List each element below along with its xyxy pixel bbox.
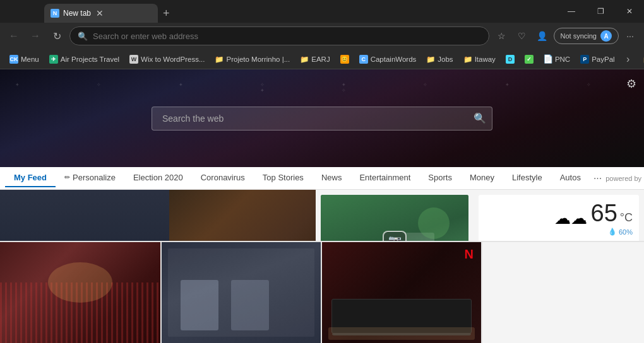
tab-my-feed[interactable]: My Feed bbox=[5, 169, 56, 187]
side-story-1[interactable]: First pics of Brady in Bucs uniform are … bbox=[169, 190, 316, 241]
tab-entertainment-label: Entertainment bbox=[359, 173, 410, 182]
bookmark-earj[interactable]: 📁 EARJ bbox=[295, 54, 334, 65]
tab-sports[interactable]: Sports bbox=[419, 169, 461, 187]
address-input[interactable] bbox=[93, 32, 481, 41]
camera-icon: 📷 bbox=[388, 234, 402, 241]
address-bar: 🔍 bbox=[69, 26, 489, 45]
bookmark-emoji[interactable]: 😊 bbox=[336, 54, 354, 65]
nav-actions: ☆ ♡ 👤 Not syncing A ··· bbox=[493, 27, 639, 45]
office-bg bbox=[162, 242, 321, 343]
other-favorites[interactable]: 📁 Other favorites bbox=[638, 54, 644, 65]
favorites-button[interactable]: ☆ bbox=[493, 27, 511, 45]
hands-hint bbox=[328, 327, 475, 340]
refresh-button[interactable]: ↻ bbox=[48, 27, 66, 45]
forward-button[interactable]: → bbox=[27, 27, 44, 45]
bookmark-paypal-icon: P bbox=[580, 55, 589, 64]
weather-cloud-icon: ☁☁ bbox=[554, 209, 587, 228]
back-button[interactable]: ← bbox=[5, 27, 23, 45]
bookmark-earj-label: EARJ bbox=[311, 55, 330, 63]
bottom-news-card-3[interactable]: N bbox=[321, 242, 481, 343]
bookmark-airprojects[interactable]: ✈ Air Projects Travel bbox=[45, 54, 124, 65]
hero-section: 🔍 ⚙ bbox=[0, 69, 644, 167]
bookmark-pnc-label: PNC bbox=[555, 55, 570, 63]
bookmark-pnc[interactable]: 📄 PNC bbox=[539, 54, 575, 65]
tab-top-stories[interactable]: Top Stories bbox=[254, 169, 313, 187]
active-tab[interactable]: N New tab ✕ bbox=[44, 4, 158, 23]
bookmark-discord[interactable]: D bbox=[501, 54, 519, 65]
tabs-more-button[interactable]: ··· bbox=[590, 173, 605, 184]
bookmark-ck-icon: CK bbox=[9, 55, 18, 64]
tab-entertainment[interactable]: Entertainment bbox=[350, 169, 419, 187]
tab-money[interactable]: Money bbox=[461, 169, 503, 187]
browser-window: N New tab ✕ + — ❐ ✕ ← → ↻ 🔍 ☆ ♡ 👤 Not sy… bbox=[0, 0, 644, 343]
tab-lifestyle-label: Lifestyle bbox=[512, 173, 542, 182]
bottom-news-row: N bbox=[0, 241, 644, 343]
bookmark-jobs-folder-icon: 📁 bbox=[426, 55, 435, 64]
search-submit-button[interactable]: 🔍 bbox=[467, 107, 492, 131]
bookmarks-chevron-button[interactable]: › bbox=[621, 52, 636, 67]
featured-bg-gradient bbox=[0, 190, 169, 241]
netflix-bg: N bbox=[322, 242, 481, 343]
bookmark-green[interactable]: ✓ bbox=[520, 54, 538, 65]
bookmark-wix[interactable]: W Wix to WordPress... bbox=[125, 54, 209, 65]
profile-button[interactable]: 👤 bbox=[534, 27, 551, 45]
bookmark-jobs-label: Jobs bbox=[438, 55, 453, 63]
news-grid: Offseason grades: Fabulous (Bucs) to fai… bbox=[0, 190, 644, 241]
new-tab-button[interactable]: + bbox=[158, 4, 175, 23]
bookmark-paypal[interactable]: P PayPal bbox=[576, 54, 619, 65]
bookmark-cap-icon: C bbox=[359, 55, 368, 64]
news-tabs-bar: My Feed ✏ Personalize Election 2020 Coro… bbox=[0, 167, 644, 190]
tab-close-button[interactable]: ✕ bbox=[96, 8, 104, 18]
bookmark-jobs[interactable]: 📁 Jobs bbox=[422, 54, 457, 65]
bookmark-cap-label: CaptainWords bbox=[371, 55, 417, 63]
bookmark-wix-label: Wix to WordPress... bbox=[141, 55, 205, 63]
collections-button[interactable]: ♡ bbox=[513, 27, 531, 45]
restore-button[interactable]: ❐ bbox=[586, 0, 615, 23]
more-button[interactable]: ··· bbox=[621, 27, 639, 45]
tab-coronavirus-label: Coronavirus bbox=[201, 173, 245, 182]
navigation-bar: ← → ↻ 🔍 ☆ ♡ 👤 Not syncing A ··· bbox=[0, 23, 644, 49]
settings-gear-button[interactable]: ⚙ bbox=[626, 77, 636, 91]
bookmark-ck[interactable]: CK Menu bbox=[5, 54, 44, 65]
tab-autos-label: Autos bbox=[560, 173, 581, 182]
gear-icon: ⚙ bbox=[626, 78, 636, 90]
window-controls: — ❐ ✕ bbox=[557, 0, 644, 23]
bottom-news-card-4-empty bbox=[481, 242, 644, 343]
main-featured-story[interactable]: Offseason grades: Fabulous (Bucs) to fai… bbox=[0, 190, 169, 241]
web-search-input[interactable] bbox=[152, 107, 492, 131]
office-rack bbox=[181, 280, 218, 330]
mid-article-card[interactable]: 📷 TOP STORIES What is the average income… bbox=[321, 195, 468, 241]
bookmark-ap-icon: ✈ bbox=[49, 55, 58, 64]
bookmark-earj-folder-icon: 📁 bbox=[300, 55, 309, 64]
sync-button[interactable]: Not syncing A bbox=[554, 28, 619, 44]
tab-news[interactable]: News bbox=[313, 169, 351, 187]
bookmark-projeto[interactable]: 📁 Projeto Morrinho |... bbox=[210, 54, 294, 65]
bookmark-ap-label: Air Projects Travel bbox=[61, 55, 119, 63]
tab-coronavirus[interactable]: Coronavirus bbox=[192, 169, 254, 187]
camera-icon-overlay: 📷 bbox=[383, 231, 407, 241]
middle-column: 📷 TOP STORIES What is the average income… bbox=[316, 190, 474, 241]
bookmarks-more-area: › 📁 Other favorites bbox=[621, 52, 644, 67]
tab-news-label: News bbox=[321, 173, 342, 182]
search-container: 🔍 bbox=[152, 107, 492, 131]
raindrop-icon: 💧 bbox=[608, 228, 617, 236]
tab-autos[interactable]: Autos bbox=[551, 169, 590, 187]
aerial-circle bbox=[418, 207, 450, 239]
minimize-button[interactable]: — bbox=[557, 0, 586, 23]
pencil-icon: ✏ bbox=[64, 173, 70, 182]
tab-lifestyle[interactable]: Lifestyle bbox=[503, 169, 551, 187]
weather-precipitation: 💧 60% bbox=[591, 228, 633, 236]
weather-header: ☁☁ 65 °C 💧 60% bbox=[485, 201, 633, 236]
close-button[interactable]: ✕ bbox=[615, 0, 644, 23]
weather-unit: °C bbox=[620, 211, 633, 224]
bookmark-captainwords[interactable]: C CaptainWords bbox=[355, 54, 421, 65]
bottom-news-card-1[interactable] bbox=[0, 242, 160, 343]
tab-personalize[interactable]: ✏ Personalize bbox=[56, 169, 124, 187]
search-submit-icon: 🔍 bbox=[474, 112, 486, 124]
side-story-1-bg bbox=[169, 190, 316, 241]
bottom-card-2-img bbox=[162, 242, 321, 343]
bottom-news-card-2[interactable] bbox=[160, 242, 321, 343]
tab-favicon: N bbox=[51, 9, 59, 18]
bookmark-itaway[interactable]: 📁 Itaway bbox=[459, 54, 500, 65]
tab-election[interactable]: Election 2020 bbox=[124, 169, 192, 187]
